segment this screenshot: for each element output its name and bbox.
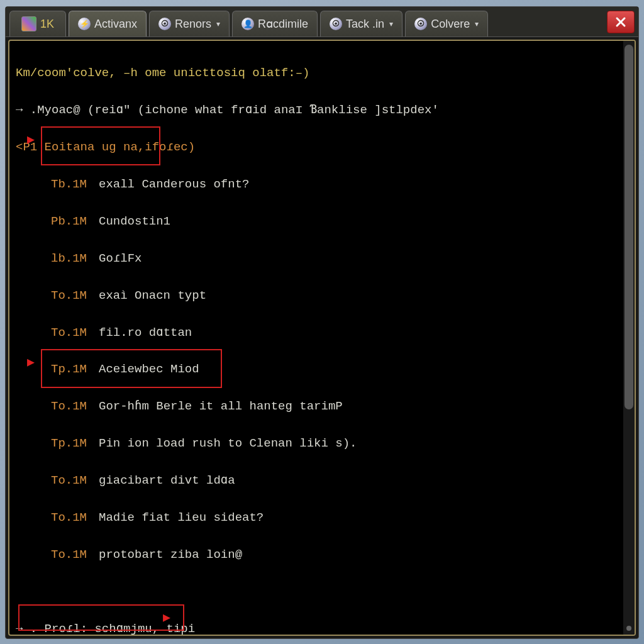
app-icon [21,16,36,31]
row-prefix: To.1M [51,546,99,564]
row-text: exall Canderous ofnt? [99,177,249,191]
row-text: exaì Onacn typt [99,289,206,303]
tab-home[interactable]: 1K [9,11,66,36]
row-text: Madie fiat lieu sideat? [99,511,264,525]
tab-tack[interactable]: ⦿ Tack .in ▾ [320,11,402,36]
row-prefix: To.1M [51,287,99,305]
tab-racdimile[interactable]: 👤 Rɑcdimile [232,11,318,36]
row-prefix: To.1M [51,324,99,342]
close-button[interactable] [607,11,635,33]
tab-renors[interactable]: ⦿ Renors ▾ [149,11,230,36]
tab-activanx[interactable]: ⚡ Activanx [69,11,147,36]
tab-colvere[interactable]: ⦿ Colvere ▾ [405,11,488,36]
tab-label: Tack .in [346,18,384,31]
tab-label: Activanx [94,18,137,31]
row-prefix: Tp.1M [51,360,99,379]
row-text: fil.ro dɑttan [99,326,192,340]
tab-label: Rɑcdimile [258,17,308,31]
row-text: Gor-hɦm Berle it all hanteg tarimP [99,399,343,413]
tab-label: 1K [40,18,54,31]
row-prefix: To.1M [51,397,99,416]
row-text: giacibart divt ldɑa [99,474,235,487]
row-text: protobart ziba loin@ [99,548,242,562]
tab-label: Renors [175,18,211,31]
row-prefix: Tb.1M [51,175,99,194]
chevron-down-icon: ▾ [475,19,479,28]
chevron-down-icon: ▾ [389,19,393,28]
row-text: GoɾlFx [99,252,142,265]
globe-icon: ⦿ [158,18,171,30]
app-window: 1K ⚡ Activanx ⦿ Renors ▾ 👤 Rɑcdimile ⦿ T… [5,6,639,639]
globe-icon: ⦿ [414,18,427,30]
chevron-down-icon: ▾ [216,19,220,28]
term-line: <P1 Eoitana ug na,ifoɾec) [16,140,195,154]
term-line: Km/coom'colve, –h ome unicttosiq olatf:–… [16,66,309,80]
row-text: Pin ion load rush to Clenan liki s). [99,436,357,450]
terminal-output[interactable]: Km/coom'colve, –h ome unicttosiq olatf:–… [9,41,635,635]
term-line: → . Proɾl: schɑmjmu, tipi [16,622,195,635]
scrollbar-thumb[interactable] [625,45,633,409]
row-prefix: To.1M [51,472,99,490]
term-line: → .Myoac@ (reiɑ" (ichone what frɑid anaɪ… [16,103,439,117]
close-icon [614,16,627,28]
row-prefix: Tp.1M [51,435,99,453]
row-text: Cundostin1 [99,214,170,228]
row-text: Aceiewbec Miod [99,362,199,376]
row-prefix: lb.1M [51,250,99,268]
terminal-frame: Km/coom'colve, –h ome unicttosiq olatf:–… [8,40,636,636]
row-prefix: To.1M [51,509,99,527]
person-icon: 👤 [242,18,254,30]
tab-bar: 1K ⚡ Activanx ⦿ Renors ▾ 👤 Rɑcdimile ⦿ T… [6,7,638,37]
scrollbar-down-icon[interactable] [626,626,631,631]
bolt-icon: ⚡ [78,18,91,30]
scrollbar[interactable] [623,41,635,635]
tab-label: Colvere [431,18,470,31]
row-prefix: Pb.1M [51,213,99,231]
globe-icon: ⦿ [330,18,342,30]
